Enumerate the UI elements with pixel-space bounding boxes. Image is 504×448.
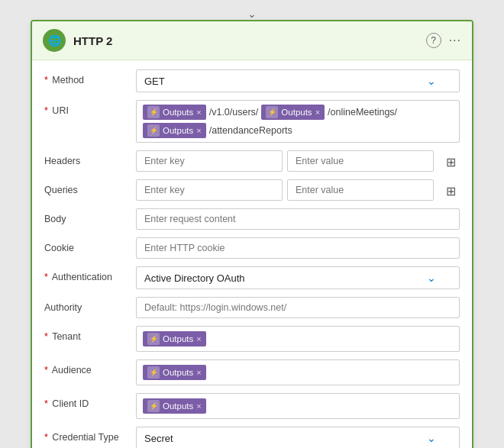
authentication-row: * Authentication Active Directory OAuth …	[44, 266, 460, 289]
authority-input[interactable]	[136, 297, 460, 318]
method-dropdown[interactable]: GET ⌄	[136, 69, 460, 92]
top-connector-arrow: ⌄	[247, 8, 257, 20]
cookie-field[interactable]	[136, 237, 460, 259]
client-id-label: * Client ID	[44, 393, 128, 409]
uri-text-3: /attendanceReports	[209, 125, 292, 136]
uri-row: * URI ⚡ Outputs × /v1.0/users/ ⚡	[44, 100, 460, 143]
tenant-tag[interactable]: ⚡ Outputs ×	[143, 331, 206, 346]
http-card: 🌐 HTTP 2 ? ··· * Method	[31, 20, 473, 448]
uri-tag-outputs-1[interactable]: ⚡ Outputs ×	[143, 105, 206, 120]
audience-tag-container[interactable]: ⚡ Outputs ×	[136, 359, 460, 385]
audience-row: * Audience ⚡ Outputs ×	[44, 359, 460, 385]
credential-type-row: * Credential Type Secret ⌄	[44, 427, 460, 448]
tenant-label: * Tenant	[44, 326, 128, 342]
page-wrapper: ⌄ 🌐 HTTP 2 ? ··· * Method	[0, 0, 504, 448]
tag-close-icon[interactable]: ×	[196, 334, 201, 343]
header-actions: ? ···	[426, 33, 461, 48]
card-header: 🌐 HTTP 2 ? ···	[32, 21, 472, 60]
uri-text-2: /onlineMeetings/	[328, 107, 397, 118]
method-label: * Method	[44, 69, 128, 85]
uri-tag-container[interactable]: ⚡ Outputs × /v1.0/users/ ⚡ Outputs × /on…	[136, 100, 460, 143]
headers-row: Headers ⊞	[44, 150, 460, 172]
headers-key-input[interactable]	[136, 150, 283, 172]
body-input[interactable]	[136, 208, 460, 230]
audience-field[interactable]: ⚡ Outputs ×	[136, 359, 460, 385]
help-icon[interactable]: ?	[426, 33, 441, 48]
queries-add-icon[interactable]: ⊞	[441, 179, 460, 198]
credential-type-dropdown[interactable]: Secret ⌄	[136, 427, 460, 448]
credential-type-label: * Credential Type	[44, 427, 128, 443]
tag-lightning-icon: ⚡	[147, 106, 160, 118]
queries-key-input[interactable]	[136, 179, 283, 201]
authority-row: Authority	[44, 297, 460, 318]
tenant-field[interactable]: ⚡ Outputs ×	[136, 326, 460, 352]
card-body: * Method GET ⌄ * URI	[32, 60, 472, 448]
tag-close-icon[interactable]: ×	[196, 368, 201, 377]
cookie-row: Cookie	[44, 237, 460, 259]
cookie-input[interactable]	[136, 237, 460, 259]
client-id-tag[interactable]: ⚡ Outputs ×	[143, 398, 206, 414]
method-select[interactable]: GET ⌄	[136, 69, 460, 92]
authority-field[interactable]	[136, 297, 460, 318]
tag-close-icon[interactable]: ×	[196, 108, 201, 117]
authority-label: Authority	[44, 297, 128, 313]
client-id-tag-container[interactable]: ⚡ Outputs ×	[136, 393, 460, 419]
body-row: Body	[44, 208, 460, 230]
cookie-label: Cookie	[44, 237, 128, 253]
body-label: Body	[44, 208, 128, 224]
headers-add-icon[interactable]: ⊞	[441, 150, 460, 169]
headers-inputs	[136, 150, 434, 172]
client-id-row: * Client ID ⚡ Outputs ×	[44, 393, 460, 419]
authentication-dropdown[interactable]: Active Directory OAuth ⌄	[136, 266, 460, 289]
tag-close-icon[interactable]: ×	[196, 126, 201, 135]
tag-lightning-icon: ⚡	[147, 400, 160, 412]
tag-close-icon[interactable]: ×	[315, 108, 320, 117]
uri-text-1: /v1.0/users/	[209, 107, 259, 118]
card-title: HTTP 2	[73, 34, 418, 47]
more-options-icon[interactable]: ···	[449, 34, 461, 47]
queries-value-input[interactable]	[287, 179, 434, 201]
uri-tag-outputs-3[interactable]: ⚡ Outputs ×	[143, 123, 206, 138]
audience-tag[interactable]: ⚡ Outputs ×	[143, 365, 206, 380]
body-field[interactable]	[136, 208, 460, 230]
queries-row: Queries ⊞	[44, 179, 460, 201]
method-chevron-icon: ⌄	[427, 75, 436, 87]
credential-type-select[interactable]: Secret ⌄	[136, 427, 460, 448]
audience-label: * Audience	[44, 359, 128, 375]
headers-label: Headers	[44, 150, 128, 166]
headers-value-input[interactable]	[287, 150, 434, 172]
authentication-chevron-icon: ⌄	[427, 272, 436, 284]
authentication-label: * Authentication	[44, 266, 128, 282]
queries-label: Queries	[44, 179, 128, 195]
tenant-tag-container[interactable]: ⚡ Outputs ×	[136, 326, 460, 352]
queries-inputs	[136, 179, 434, 201]
authentication-select[interactable]: Active Directory OAuth ⌄	[136, 266, 460, 289]
client-id-field[interactable]: ⚡ Outputs ×	[136, 393, 460, 419]
uri-label: * URI	[44, 100, 128, 116]
method-row: * Method GET ⌄	[44, 69, 460, 92]
tag-lightning-icon: ⚡	[266, 106, 278, 118]
header-globe-icon: 🌐	[43, 29, 66, 52]
credential-type-chevron-icon: ⌄	[427, 432, 436, 444]
uri-tag-outputs-2[interactable]: ⚡ Outputs ×	[261, 105, 325, 120]
tenant-row: * Tenant ⚡ Outputs ×	[44, 326, 460, 352]
tag-lightning-icon: ⚡	[147, 124, 160, 137]
tag-close-icon[interactable]: ×	[196, 401, 201, 411]
tag-lightning-icon: ⚡	[147, 333, 160, 345]
uri-field[interactable]: ⚡ Outputs × /v1.0/users/ ⚡ Outputs × /on…	[136, 100, 460, 143]
tag-lightning-icon: ⚡	[147, 366, 160, 379]
